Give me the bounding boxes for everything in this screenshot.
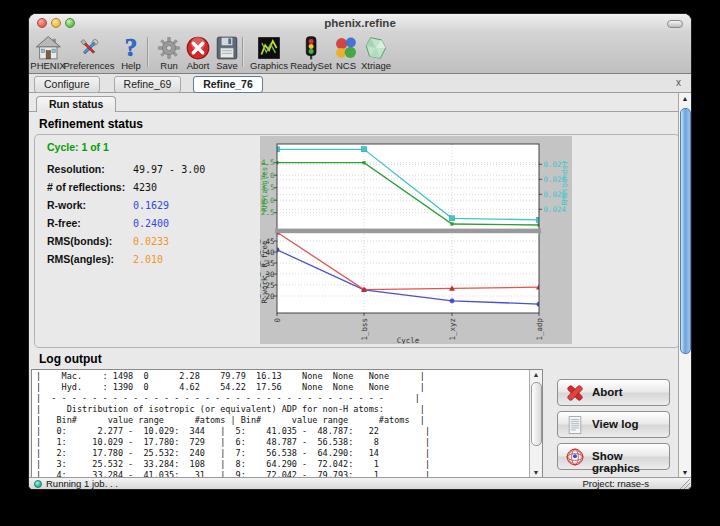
log-line: | Bin# value range #atoms | Bin# value r… xyxy=(36,415,528,426)
action-button-label: View log xyxy=(592,418,638,430)
run-status-page: Run status Refinement status Cycle: 1 of… xyxy=(29,93,686,479)
stat-value: 4230 xyxy=(133,182,157,193)
toolbar-button-xtriage[interactable]: Xtriage xyxy=(361,35,391,71)
stat-value: 2.010 xyxy=(133,254,163,265)
refinement-status-panel: Cycle: 1 of 1 Resolution:49.97 - 3.00# o… xyxy=(34,134,680,348)
toolbar-button-label: Xtriage xyxy=(361,60,391,71)
main-scrollbar[interactable]: ▲ ▼ xyxy=(678,93,691,479)
screenshot-canvas: phenix.refine PHENIXPreferences?HelpRunA… xyxy=(0,0,720,526)
toolbar-button-label: NCS xyxy=(333,60,359,71)
svg-text:R-work, R-free: R-work, R-free xyxy=(260,240,269,304)
toolbar-button-preferences[interactable]: Preferences xyxy=(63,35,114,71)
log-line: | Hyd. : 1390 0 4.62 54.22 17.56 None No… xyxy=(36,382,528,393)
toolbar-button-label: Run xyxy=(156,60,182,71)
running-status-text: Running 1 job. . . xyxy=(46,478,118,489)
graphics-icon xyxy=(256,35,282,61)
svg-text:?: ? xyxy=(125,35,137,61)
stat-row: RMS(angles):2.010 xyxy=(47,249,163,265)
stat-row: R-work:0.1629 xyxy=(47,195,169,211)
window-title: phenix.refine xyxy=(29,17,691,29)
log-scrollbar-thumb[interactable] xyxy=(531,382,542,446)
svg-text:1_bss: 1_bss xyxy=(360,318,369,341)
toolbar-toggle-button[interactable] xyxy=(667,20,683,28)
toolbar-button-label: PHENIX xyxy=(30,60,65,71)
refinement-chart: 2.53.03.54.04.50.0240.0250.0260.0270.200… xyxy=(260,136,572,344)
project-label: Project: rnase-s xyxy=(582,478,649,489)
toolbar-button-label: Save xyxy=(214,60,240,71)
toolbar-button-run[interactable]: Run xyxy=(156,35,182,71)
close-tab-icon[interactable]: x xyxy=(676,77,681,88)
xtriage-crystal-icon xyxy=(363,35,389,61)
toolbar-button-readyset[interactable]: ReadySet xyxy=(290,35,332,71)
log-output-heading: Log output xyxy=(39,352,102,366)
svg-text:RMS(bonds): RMS(bonds) xyxy=(560,160,569,205)
toolbar-separator xyxy=(242,37,244,67)
scroll-up-icon[interactable]: ▲ xyxy=(679,95,691,102)
action-button-label: Show graphics xyxy=(592,450,669,474)
stat-value: 49.97 - 3.00 xyxy=(133,164,205,175)
tab-refine_69[interactable]: Refine_69 xyxy=(114,76,182,93)
resize-grip[interactable] xyxy=(678,478,690,489)
stat-label: R-free: xyxy=(47,217,133,229)
preferences-tools-icon xyxy=(76,35,102,61)
log-line: | 0: 2.277 - 10.029: 344 | 5: 41.035 - 4… xyxy=(36,426,528,437)
log-output-area[interactable]: | Mac. : 1498 0 2.28 79.79 16.13 None No… xyxy=(31,369,543,478)
toolbar-separator xyxy=(147,37,149,67)
main-scrollbar-thumb[interactable] xyxy=(680,108,691,354)
toolbar-button-label: Help xyxy=(118,60,144,71)
stat-value: 0.0233 xyxy=(133,236,169,247)
svg-text:RMS(angles): RMS(angles) xyxy=(260,162,269,212)
save-floppy-icon xyxy=(214,35,240,61)
show-graphics-button[interactable]: Show graphics xyxy=(557,443,670,470)
running-status-icon xyxy=(34,480,42,488)
view-log-document-icon xyxy=(565,415,585,435)
toolbar: PHENIXPreferences?HelpRunAbortSaveGraphi… xyxy=(29,33,691,74)
log-line: | - - - - - - - - - - - - - - - - - - - … xyxy=(36,393,528,404)
log-line: | 3: 25.532 - 33.284: 108 | 8: 64.290 - … xyxy=(36,459,528,470)
stat-label: RMS(bonds): xyxy=(47,235,133,247)
log-scroll-down-icon[interactable]: ▼ xyxy=(530,469,542,476)
tab-refine_76[interactable]: Refine_76 xyxy=(193,76,263,93)
graphics-sphere-icon xyxy=(565,447,585,467)
refinement-status-heading: Refinement status xyxy=(39,117,143,131)
log-line: | 1: 10.029 - 17.780: 729 | 6: 48.787 - … xyxy=(36,437,528,448)
toolbar-button-help[interactable]: ?Help xyxy=(118,35,144,71)
view-log-button[interactable]: View log xyxy=(557,411,670,438)
stat-label: RMS(angles): xyxy=(47,253,133,265)
ncs-spheres-icon xyxy=(333,35,359,61)
run-gear-icon xyxy=(156,35,182,61)
log-scroll-up-icon[interactable]: ▲ xyxy=(530,371,542,378)
stat-row: RMS(bonds):0.0233 xyxy=(47,231,169,247)
tab-configure[interactable]: Configure xyxy=(34,76,100,93)
stat-value: 0.2400 xyxy=(133,218,169,229)
toolbar-button-ncs[interactable]: NCS xyxy=(333,35,359,71)
titlebar[interactable]: phenix.refine xyxy=(29,14,691,33)
stat-row: # of reflections:4230 xyxy=(47,177,157,193)
toolbar-button-label: Graphics xyxy=(250,60,288,71)
stat-value: 0.1629 xyxy=(133,200,169,211)
tab-run-status[interactable]: Run status xyxy=(36,96,116,112)
toolbar-button-abort[interactable]: Abort xyxy=(185,35,211,71)
scroll-down-icon[interactable]: ▼ xyxy=(679,469,691,476)
refinement-chart-svg: 2.53.03.54.04.50.0240.0250.0260.0270.200… xyxy=(260,136,572,344)
log-line: | Distribution of isotropic (or equivale… xyxy=(36,404,528,415)
action-button-label: Abort xyxy=(592,386,623,398)
subtab-divider xyxy=(29,111,686,112)
stat-label: Resolution: xyxy=(47,163,133,175)
toolbar-button-phenix[interactable]: PHENIX xyxy=(30,35,65,71)
readyset-trafficlight-icon xyxy=(298,35,324,61)
svg-text:1_adp: 1_adp xyxy=(535,318,544,341)
cycle-label: Cycle: 1 of 1 xyxy=(47,141,109,153)
stat-label: # of reflections: xyxy=(47,181,133,193)
toolbar-button-label: Abort xyxy=(185,60,211,71)
log-line: | Mac. : 1498 0 2.28 79.79 16.13 None No… xyxy=(36,371,528,382)
phenix-home-icon xyxy=(35,35,61,61)
stat-label: R-work: xyxy=(47,199,133,211)
toolbar-button-graphics[interactable]: Graphics xyxy=(250,35,288,71)
abort-button[interactable]: Abort xyxy=(557,379,670,406)
log-text[interactable]: | Mac. : 1498 0 2.28 79.79 16.13 None No… xyxy=(36,371,528,477)
toolbar-button-save[interactable]: Save xyxy=(214,35,240,71)
log-scrollbar[interactable]: ▲ ▼ xyxy=(529,370,542,477)
status-bar: Running 1 job. . . Project: rnase-s xyxy=(29,477,691,489)
log-line: | 4: 33.284 - 41.035: 31 | 9: 72.042 - 7… xyxy=(36,470,528,477)
